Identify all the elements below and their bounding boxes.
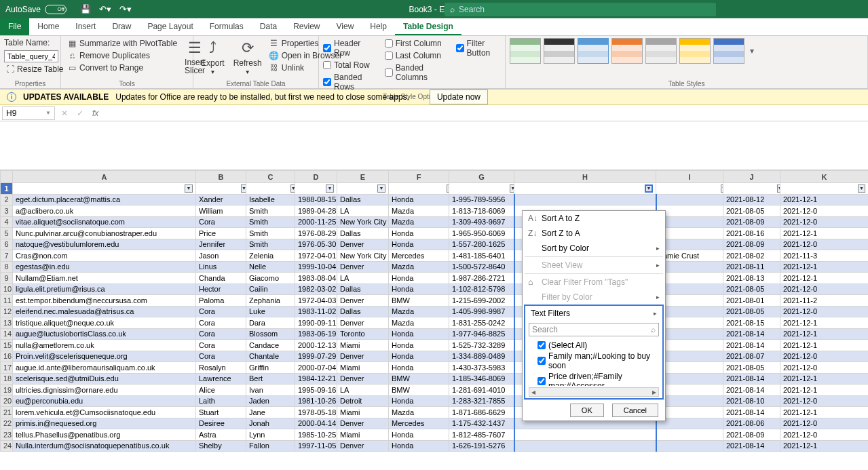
cell[interactable]: 2000-12-13 xyxy=(295,340,337,351)
cell[interactable]: Griffin xyxy=(246,362,295,374)
cell[interactable]: Proin.velit@scelerisqueneque.org xyxy=(13,351,196,362)
tab-formulas[interactable]: Formulas xyxy=(202,18,252,35)
first-column-checkbox[interactable]: First Column xyxy=(385,38,445,49)
cell[interactable]: Blossom xyxy=(246,328,295,340)
cell[interactable]: Denver xyxy=(337,261,389,273)
select-all[interactable] xyxy=(1,171,13,183)
cell[interactable]: Nunc.pulvinar.arcu@conubianostraper.edu xyxy=(13,228,196,239)
cell[interactable]: 2021-08-09 xyxy=(723,239,780,250)
cell[interactable]: 2021-12-1 xyxy=(780,373,869,385)
tell-me-search[interactable]: ⌕ xyxy=(445,3,716,16)
cell[interactable]: Jaden xyxy=(246,395,295,407)
cell[interactable] xyxy=(656,340,723,351)
cell[interactable]: tristique.aliquet@neque.co.uk xyxy=(13,317,196,329)
column-header-K[interactable]: K xyxy=(780,171,869,183)
resize-table-button[interactable]: ⛶Resize Table xyxy=(4,64,56,75)
cell[interactable]: Cora xyxy=(196,351,246,362)
cell[interactable]: 2000-04-14 xyxy=(295,418,337,429)
cell[interactable]: Price xyxy=(196,228,246,239)
column-header-G[interactable]: G xyxy=(449,171,514,183)
update-now-button[interactable]: Update now xyxy=(430,90,488,104)
cell[interactable]: Honda xyxy=(389,362,449,374)
column-header-B[interactable]: B xyxy=(196,171,246,183)
cell[interactable]: 1995-09-16 xyxy=(295,385,337,396)
cell[interactable]: 2021-08-16 xyxy=(723,228,780,239)
cell[interactable]: William xyxy=(196,205,246,217)
cell[interactable]: 1972-04-03 xyxy=(295,295,337,307)
cell[interactable]: Dallas xyxy=(337,228,389,239)
cell[interactable]: natoque@vestibulumlorem.edu xyxy=(13,239,196,250)
cell[interactable]: 1-309-493-9697 xyxy=(449,216,514,228)
cell[interactable] xyxy=(656,317,723,329)
cell[interactable]: Desiree xyxy=(196,418,246,429)
cell[interactable]: 1-812-485-7607 xyxy=(449,429,514,441)
row-header[interactable]: 4 xyxy=(1,216,13,228)
table-styles-gallery[interactable]: ▾ xyxy=(510,38,863,64)
cell[interactable] xyxy=(656,306,723,317)
cell[interactable]: Cora xyxy=(196,306,246,317)
cell[interactable]: Mercedes xyxy=(389,418,449,429)
cell[interactable]: ligula.elit.pretium@risus.ca xyxy=(13,283,196,295)
cell[interactable] xyxy=(514,194,656,205)
cell[interactable]: Dallas xyxy=(337,306,389,317)
row-header[interactable]: 18 xyxy=(1,373,13,385)
cell[interactable]: Detroit xyxy=(337,395,389,407)
cell[interactable]: Isabelle xyxy=(246,194,295,205)
cell[interactable]: scelerisque.sed@utmiDuis.edu xyxy=(13,373,196,385)
cell[interactable] xyxy=(656,205,723,217)
cell[interactable]: Honda xyxy=(389,395,449,407)
cell[interactable]: est.tempor.bibendum@neccursusa.com xyxy=(13,295,196,307)
style-swatch[interactable] xyxy=(578,38,609,64)
cell[interactable]: Chantale xyxy=(246,351,295,362)
total-row-checkbox[interactable]: Total Row xyxy=(323,60,374,71)
column-header-I[interactable]: I xyxy=(656,171,723,183)
cell[interactable]: Honda xyxy=(389,194,449,205)
cell[interactable]: Miami xyxy=(337,340,389,351)
cell[interactable]: Denver xyxy=(337,418,389,429)
row-header[interactable]: 2 xyxy=(1,194,13,205)
row-header[interactable]: 11 xyxy=(1,295,13,307)
ok-button[interactable]: OK xyxy=(570,404,604,417)
formula-input[interactable] xyxy=(105,109,866,118)
cell[interactable]: Jonah xyxy=(246,418,295,429)
cell[interactable]: Nulla.interdum@sociisnatoquepenatibus.co… xyxy=(13,440,196,452)
cell[interactable]: 2021-08-01 xyxy=(723,295,780,307)
filter-item[interactable]: Price driven;#Family man;#Accessor xyxy=(537,371,659,386)
tab-draw[interactable]: Draw xyxy=(104,18,139,35)
cell[interactable]: 2021-12-1 xyxy=(780,407,869,418)
cell[interactable]: 1999-07-29 xyxy=(295,351,337,362)
style-swatch[interactable] xyxy=(679,38,711,64)
cell[interactable]: Jennifer xyxy=(196,239,246,250)
cell[interactable]: Mercedes xyxy=(389,250,449,262)
style-swatch[interactable] xyxy=(544,38,575,64)
cell[interactable]: 1983-11-02 xyxy=(295,306,337,317)
cell[interactable]: Smith xyxy=(246,205,295,217)
row-header[interactable]: 22 xyxy=(1,418,13,429)
cell[interactable] xyxy=(656,395,723,407)
cell[interactable]: primis.in@nequesed.org xyxy=(13,418,196,429)
cell[interactable]: 1-185-346-8069 xyxy=(449,373,514,385)
column-header-D[interactable]: D xyxy=(295,171,337,183)
cell[interactable]: New York City xyxy=(337,250,389,262)
cell[interactable]: 1-281-691-4010 xyxy=(449,385,514,396)
cell[interactable]: 2021-08-12 xyxy=(723,194,780,205)
sort-za-button[interactable]: Z↓Sort Z to A xyxy=(523,226,665,241)
row-header[interactable]: 5 xyxy=(1,228,13,239)
cell[interactable] xyxy=(656,440,723,452)
cell[interactable]: 1-334-889-0489 xyxy=(449,351,514,362)
cell[interactable]: Honda xyxy=(389,351,449,362)
cell[interactable]: 1-965-950-6069 xyxy=(449,228,514,239)
cell[interactable]: Smith xyxy=(246,216,295,228)
cell[interactable]: Zephania xyxy=(246,295,295,307)
cell[interactable]: 1-871-686-6629 xyxy=(449,407,514,418)
cell[interactable]: 2021-12-0 xyxy=(780,283,869,295)
style-swatch[interactable] xyxy=(611,38,643,64)
cell[interactable] xyxy=(656,373,723,385)
refresh-button[interactable]: ⟳Refresh▼ xyxy=(230,38,265,77)
cell[interactable]: 2021-12-1 xyxy=(780,228,869,239)
cell[interactable] xyxy=(656,418,723,429)
cell[interactable]: Cora xyxy=(196,317,246,329)
cell[interactable]: 1988-08-15 xyxy=(295,194,337,205)
cell[interactable]: eu@perconubia.edu xyxy=(13,395,196,407)
cell[interactable]: 2021-12-1 xyxy=(780,261,869,273)
